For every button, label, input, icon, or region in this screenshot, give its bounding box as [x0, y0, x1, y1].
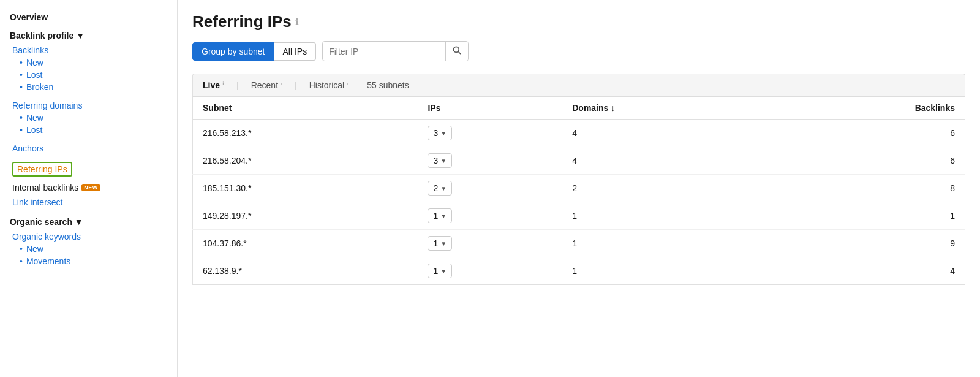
sidebar-backlinks-lost[interactable]: Lost	[10, 69, 167, 81]
cell-domains-1: 4	[562, 147, 767, 175]
sidebar-overview[interactable]: Overview	[10, 12, 167, 22]
ips-dropdown-0[interactable]: 3 ▼	[428, 126, 452, 140]
sidebar-organic-search[interactable]: Organic search ▼	[10, 217, 167, 227]
dropdown-arrow-2: ▼	[440, 185, 447, 192]
cell-subnet-2: 185.151.30.*	[193, 175, 418, 202]
tab-recent[interactable]: Recent ⁱ	[251, 80, 282, 90]
dropdown-arrow-1: ▼	[440, 158, 447, 164]
sidebar-referring-domains-lost[interactable]: Lost	[10, 124, 167, 136]
sidebar-referring-domains-new[interactable]: New	[10, 112, 167, 124]
sidebar-item-internal-backlinks[interactable]: Internal backlinks NEW	[10, 181, 167, 194]
cell-subnet-1: 216.58.204.*	[193, 147, 418, 175]
table-row: 62.138.9.* 1 ▼ 1 4	[193, 257, 965, 285]
table-row: 185.151.30.* 2 ▼ 2 8	[193, 175, 965, 202]
svg-line-1	[458, 51, 461, 54]
group-by-subnet-button[interactable]: Group by subnet	[192, 42, 274, 61]
sidebar-organic-keywords-movements[interactable]: Movements	[10, 255, 167, 267]
dropdown-arrow-4: ▼	[440, 240, 447, 247]
dropdown-arrow-3: ▼	[440, 213, 447, 219]
ips-dropdown-3[interactable]: 1 ▼	[428, 208, 452, 223]
table-row: 216.58.204.* 3 ▼ 4 6	[193, 147, 965, 175]
sidebar-item-anchors[interactable]: Anchors	[10, 142, 167, 154]
ips-dropdown-4[interactable]: 1 ▼	[428, 236, 452, 251]
page-title-text: Referring IPs	[192, 12, 292, 31]
search-icon	[452, 45, 462, 55]
cell-backlinks-1: 6	[768, 147, 965, 175]
cell-ips-1[interactable]: 3 ▼	[418, 147, 562, 175]
tab-recent-info-icon: ⁱ	[281, 80, 282, 90]
col-header-ips: IPs	[418, 97, 562, 120]
cell-domains-5: 1	[562, 257, 767, 285]
sidebar-item-organic-keywords[interactable]: Organic keywords	[10, 230, 167, 243]
tab-live-info-icon: ⁱ	[222, 80, 224, 90]
col-header-backlinks: Backlinks	[768, 97, 965, 120]
sidebar-item-referring-domains[interactable]: Referring domains	[10, 99, 167, 112]
cell-ips-4[interactable]: 1 ▼	[418, 230, 562, 257]
sidebar-item-link-intersect[interactable]: Link intersect	[10, 196, 167, 208]
cell-backlinks-3: 1	[768, 202, 965, 230]
cell-backlinks-4: 9	[768, 230, 965, 257]
cell-domains-3: 1	[562, 202, 767, 230]
dropdown-arrow-5: ▼	[440, 268, 447, 275]
col-header-subnet: Subnet	[193, 97, 418, 120]
tab-live[interactable]: Live ⁱ	[203, 80, 224, 90]
cell-domains-2: 2	[562, 175, 767, 202]
sidebar-backlinks-broken[interactable]: Broken	[10, 81, 167, 93]
new-badge: NEW	[81, 184, 100, 191]
data-table: Subnet IPs Domains ↓ Backlinks 216.58.21…	[192, 97, 965, 285]
filter-bar: Group by subnet All IPs	[192, 41, 965, 61]
dropdown-arrow-0: ▼	[440, 130, 447, 137]
ips-dropdown-2[interactable]: 2 ▼	[428, 181, 452, 196]
cell-ips-2[interactable]: 2 ▼	[418, 175, 562, 202]
sidebar-item-referring-ips[interactable]: Referring IPs	[12, 162, 72, 177]
sidebar-organic-keywords-new[interactable]: New	[10, 243, 167, 255]
sidebar-backlinks-new[interactable]: New	[10, 56, 167, 69]
all-ips-button[interactable]: All IPs	[274, 42, 317, 61]
subnet-count: 55 subnets	[367, 80, 409, 90]
tab-historical-info-icon: ⁱ	[347, 80, 349, 90]
ips-dropdown-1[interactable]: 3 ▼	[428, 153, 452, 168]
table-row: 216.58.213.* 3 ▼ 4 6	[193, 120, 965, 147]
col-header-domains[interactable]: Domains ↓	[562, 97, 767, 120]
ips-dropdown-5[interactable]: 1 ▼	[428, 264, 452, 278]
sidebar: Overview Backlink profile ▼ Backlinks Ne…	[0, 0, 178, 377]
page-title-info-icon: ℹ	[295, 17, 298, 27]
filter-ip-input[interactable]	[323, 43, 445, 60]
cell-ips-0[interactable]: 3 ▼	[418, 120, 562, 147]
filter-ip-wrapper	[322, 41, 469, 61]
table-row: 104.37.86.* 1 ▼ 1 9	[193, 230, 965, 257]
cell-backlinks-5: 4	[768, 257, 965, 285]
tabs-row: Live ⁱ | Recent ⁱ | Historical ⁱ 55 subn…	[192, 74, 965, 97]
page-title-row: Referring IPs ℹ	[192, 12, 965, 31]
cell-domains-4: 1	[562, 230, 767, 257]
tab-historical[interactable]: Historical ⁱ	[309, 80, 349, 90]
sidebar-item-backlinks[interactable]: Backlinks	[10, 44, 167, 56]
cell-domains-0: 4	[562, 120, 767, 147]
cell-subnet-4: 104.37.86.*	[193, 230, 418, 257]
filter-ip-search-button[interactable]	[445, 42, 468, 61]
cell-backlinks-0: 6	[768, 120, 965, 147]
cell-backlinks-2: 8	[768, 175, 965, 202]
cell-ips-5[interactable]: 1 ▼	[418, 257, 562, 285]
cell-subnet-5: 62.138.9.*	[193, 257, 418, 285]
table-row: 149.28.197.* 1 ▼ 1 1	[193, 202, 965, 230]
sidebar-backlink-profile[interactable]: Backlink profile ▼	[10, 31, 167, 40]
cell-subnet-3: 149.28.197.*	[193, 202, 418, 230]
cell-subnet-0: 216.58.213.*	[193, 120, 418, 147]
main-content: Referring IPs ℹ Group by subnet All IPs …	[178, 0, 980, 377]
cell-ips-3[interactable]: 1 ▼	[418, 202, 562, 230]
